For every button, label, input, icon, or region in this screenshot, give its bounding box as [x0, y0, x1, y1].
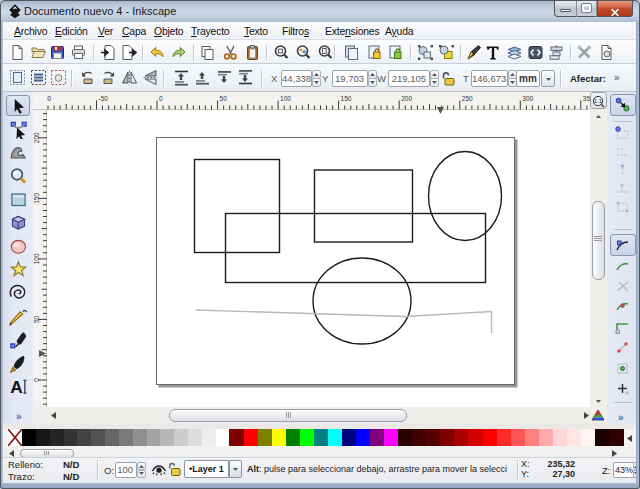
svg-text:150: 150 — [33, 193, 40, 204]
svg-text:1:1: 1:1 — [594, 98, 603, 104]
svg-text:300: 300 — [522, 95, 533, 102]
svg-text:350: 350 — [583, 95, 590, 102]
svg-text:50: 50 — [33, 315, 40, 323]
svg-text:0: 0 — [159, 95, 163, 102]
svg-text:250: 250 — [462, 95, 473, 102]
svg-text:0: 0 — [33, 378, 40, 382]
svg-text:100: 100 — [33, 253, 40, 264]
svg-text:150: 150 — [341, 95, 352, 102]
svg-text:50: 50 — [220, 95, 228, 102]
svg-text:-50: -50 — [99, 95, 109, 102]
svg-text:200: 200 — [33, 132, 40, 143]
svg-text:A: A — [10, 377, 22, 396]
svg-text:200: 200 — [401, 95, 412, 102]
svg-text:100: 100 — [280, 95, 291, 102]
